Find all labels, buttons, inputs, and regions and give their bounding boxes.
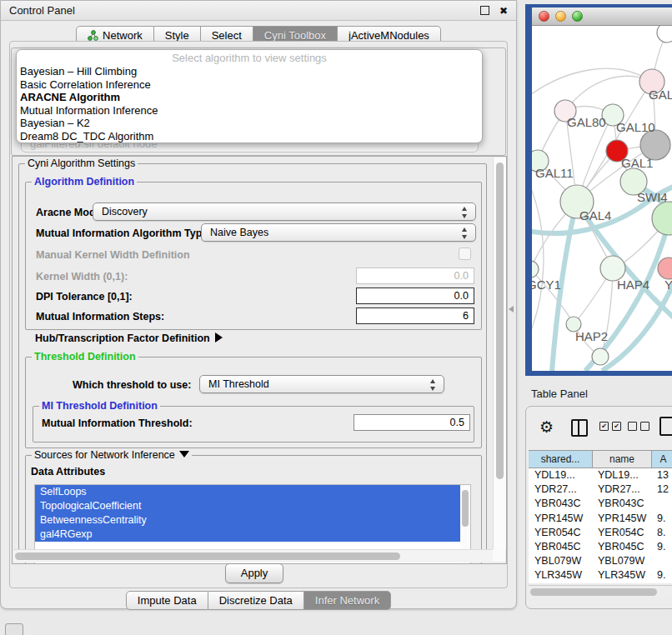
table-row[interactable]: YBR043CYBR043C <box>529 497 672 511</box>
mi-threshold-field[interactable]: 0.5 <box>354 414 470 431</box>
zoom-traffic-light-icon[interactable] <box>572 11 583 22</box>
which-threshold-value: MI Threshold <box>208 378 269 390</box>
settings-vscrollbar[interactable] <box>493 158 506 549</box>
tab-discretize-data[interactable]: Discretize Data <box>208 591 304 610</box>
data-attribute-item[interactable]: gal4RGexp <box>35 528 464 542</box>
dropdown-item[interactable]: Dream8 DC_TDC Algorithm <box>17 130 482 143</box>
settings-hscrollbar[interactable] <box>13 549 493 562</box>
close-traffic-light-icon[interactable] <box>539 11 549 22</box>
float-window-icon[interactable] <box>480 6 489 15</box>
table-row[interactable]: YER054CYER054C8. <box>529 526 672 540</box>
tab-label: Cyni Toolbox <box>264 29 326 42</box>
hub-definition-toggle[interactable]: Hub/Transcription Factor Definition <box>35 332 223 344</box>
table-cell: YBR043C <box>593 497 652 511</box>
table-row[interactable]: YDR27...YDR27...12 <box>529 482 672 497</box>
unchecked-box-icon <box>628 422 637 431</box>
kernel-width-field[interactable]: 0.0 <box>356 268 474 284</box>
table-cell: YER054C <box>529 526 593 540</box>
node-label-gal80: GAL80 <box>567 115 606 129</box>
tab-label: Network <box>103 29 143 42</box>
table-cell: YBL079W <box>529 554 593 568</box>
dropdown-item[interactable]: Bayesian – K2 <box>17 117 482 130</box>
node-label-gal10: GAL10 <box>616 120 655 134</box>
gear-icon[interactable]: ⚙ <box>539 418 554 436</box>
tab-impute-data[interactable]: Impute Data <box>126 591 208 610</box>
table-row[interactable]: YDL19...YDL19...13 <box>529 468 672 482</box>
algorithm-definition-title: Algorithm Definition <box>32 176 137 188</box>
dropdown-item[interactable]: Bayesian – Hill Climbing <box>17 65 482 78</box>
minimize-traffic-light-icon[interactable] <box>555 11 566 22</box>
network-node-y[interactable] <box>658 258 672 279</box>
combo-stepper-icon <box>462 228 468 239</box>
dpi-tolerance-field[interactable]: 0.0 <box>356 288 474 304</box>
table-cell: YIL052C <box>593 583 652 584</box>
table-row[interactable]: YPR145WYPR145W9. <box>529 512 672 526</box>
network-view-window: GALGAL80GAL10GAL1GAL11SWI4GAL4GCY1HAP4YH… <box>525 4 672 376</box>
table-header-row: shared...nameA <box>529 450 672 468</box>
network-canvas[interactable]: GALGAL80GAL10GAL1GAL11SWI4GAL4GCY1HAP4YH… <box>532 26 672 371</box>
network-window-titlebar[interactable] <box>532 8 672 26</box>
network-node[interactable] <box>657 26 672 42</box>
column-header-name[interactable]: name <box>593 451 652 468</box>
table-cell: 13 <box>652 468 672 482</box>
data-attribute-item[interactable]: BetweennessCentrality <box>35 513 464 528</box>
manual-kernel-width-checkbox[interactable] <box>459 248 471 260</box>
select-all-checkboxes-icon[interactable]: ✔ ✔ <box>599 422 621 431</box>
table-cell: YBR045C <box>593 540 652 554</box>
control-panel-window: Control Panel ✖ NetworkStyleSelectCyni T… <box>0 0 517 609</box>
apply-button[interactable]: Apply <box>225 563 283 583</box>
manual-kernel-width-label: Manual Kernel Width Definition <box>36 249 190 261</box>
settings-hscroll-thumb[interactable] <box>15 552 400 560</box>
node-table: shared...nameA YDL19...YDL19...13YDR27..… <box>529 450 672 583</box>
cyni-algorithm-settings-title: Cyni Algorithm Settings <box>25 158 138 169</box>
mi-threshold-group-title: MI Threshold Definition <box>39 400 160 412</box>
table-cell: 9. <box>652 568 672 582</box>
close-icon[interactable]: ✖ <box>499 6 508 16</box>
export-table-icon[interactable] <box>659 417 672 436</box>
dropdown-item[interactable]: ARACNE Algorithm <box>17 91 482 104</box>
table-hscroll-thumb[interactable] <box>530 588 657 596</box>
data-attribute-item[interactable]: TopologicalCoefficient <box>35 499 464 513</box>
mi-threshold-label: Mutual Information Threshold: <box>42 418 193 429</box>
network-node[interactable] <box>652 202 672 235</box>
minimized-panel-icon[interactable] <box>5 623 23 635</box>
algorithm-dropdown-list: Select algorithm to view settings Bayesi… <box>16 49 483 143</box>
table-row[interactable]: YLR345WYLR345W9. <box>529 568 672 582</box>
dropdown-item[interactable]: Basic Correlation Inference <box>17 78 482 92</box>
mi-steps-field[interactable]: 6 <box>356 308 474 324</box>
node-label-gal: GAL <box>649 88 672 102</box>
node-label-gal11: GAL11 <box>535 166 574 180</box>
deselect-all-checkboxes-icon[interactable] <box>628 422 649 431</box>
checked-box-icon: ✔ <box>612 422 621 431</box>
kernel-width-label: Kernel Width (0,1): <box>36 271 128 282</box>
combo-stepper-icon <box>430 379 436 391</box>
table-cell: 12 <box>652 482 672 497</box>
splitter-collapse-icon[interactable] <box>509 306 514 312</box>
mi-algorithm-type-combo[interactable]: Naive Bayes <box>201 223 476 242</box>
which-threshold-combo[interactable]: MI Threshold <box>199 375 444 393</box>
columns-icon[interactable] <box>571 419 588 437</box>
aracne-mode-combo[interactable]: Discovery <box>93 202 476 221</box>
table-row[interactable]: YIL052CYIL052C9 <box>529 583 672 584</box>
node-label-y: Y <box>664 278 672 292</box>
table-hscrollbar[interactable] <box>529 585 672 598</box>
aracne-mode-value: Discovery <box>102 206 148 218</box>
data-attribute-item[interactable]: SelfLoops <box>35 485 464 499</box>
dropdown-item[interactable]: Mutual Information Inference <box>17 104 482 118</box>
sources-title-toggle[interactable]: Sources for Network Inference <box>32 449 192 461</box>
network-node[interactable] <box>592 348 609 365</box>
scrollbar-corner <box>493 549 505 562</box>
column-header-A[interactable]: A <box>652 451 672 468</box>
table-cell: YPR145W <box>593 512 652 526</box>
table-cell: YBR043C <box>529 497 593 511</box>
tab-infer-network[interactable]: Infer Network <box>304 591 391 610</box>
table-row[interactable]: YBL079WYBL079W <box>529 554 672 568</box>
table-cell: YDR27... <box>593 482 652 497</box>
column-header-shared[interactable]: shared... <box>529 451 593 468</box>
table-row[interactable]: YBR045CYBR045C9. <box>529 540 672 554</box>
dropdown-prompt: Select algorithm to view settings <box>17 52 482 65</box>
settings-vscroll-thumb[interactable] <box>496 162 504 479</box>
network-edge <box>532 180 544 338</box>
attr-list-vscroll-thumb[interactable] <box>462 490 469 527</box>
network-node-gcy1[interactable] <box>532 261 539 278</box>
